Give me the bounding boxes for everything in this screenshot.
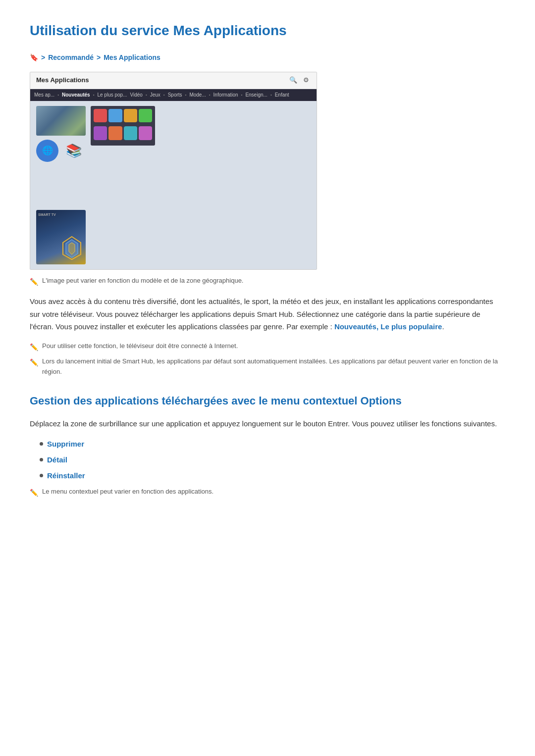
tv-header-title: Mes Applications (36, 75, 89, 86)
tv-nav-sports: Sports (168, 91, 182, 99)
tv-app-grid (91, 106, 155, 146)
note-icon-2: ✏️ (30, 342, 38, 353)
option-supprimer: Supprimer (47, 438, 84, 450)
options-list: Supprimer Détail Réinstaller (40, 438, 505, 482)
tv-nav-enseign: Enseign... (245, 91, 267, 99)
bullet-dot-2 (40, 458, 43, 461)
option-detail: Détail (47, 454, 67, 466)
tv-smarttv-shape-svg (62, 236, 82, 260)
note-image-row: ✏️ L'image peut varier en fonction du mo… (30, 276, 505, 287)
tv-nav-information: Information (214, 91, 238, 99)
breadcrumb-mes-applications[interactable]: Mes Applications (104, 52, 160, 63)
tv-header: Mes Applications 🔍 ⚙ (30, 72, 317, 89)
tv-column-1: 🌐 📚 (36, 106, 86, 205)
page-title: Utilisation du service Mes Applications (30, 20, 505, 42)
list-item-supprimer: Supprimer (40, 438, 505, 450)
note-text-1: Pour utiliser cette fonction, le télévis… (42, 341, 238, 352)
note-icon-1: ✏️ (30, 276, 38, 287)
svg-marker-2 (69, 243, 75, 254)
tv-smarttv-area: SMART TV (30, 210, 317, 269)
tv-row-two: 🌐 📚 (36, 140, 86, 162)
breadcrumb-recommande[interactable]: Recommandé (48, 52, 94, 63)
tv-nav-lepluspop: Le plus pop... (97, 91, 127, 99)
note-row-2: ✏️ Lors du lancement initial de Smart Hu… (30, 356, 505, 377)
breadcrumb-icon: 🔖 (30, 52, 38, 63)
tv-nav-nouveautes: Nouveautés (62, 91, 90, 99)
tv-smarttv-label: SMART TV (38, 212, 56, 217)
tv-nav-video: Vidéo (130, 91, 143, 99)
note-image-text: L'image peut varier en fonction du modèl… (42, 276, 244, 286)
bullet-dot-1 (40, 442, 43, 446)
note-row-1: ✏️ Pour utiliser cette fonction, le télé… (30, 341, 505, 353)
tv-app-globe: 🌐 (36, 140, 58, 162)
list-item-reinstaller: Réinstaller (40, 470, 505, 482)
tv-app-landscape (36, 106, 86, 136)
main-description-bold: Nouveautés, Le plus populaire (334, 322, 442, 331)
tv-header-icons: 🔍 ⚙ (289, 76, 311, 85)
tv-nav: Mes ap... • Nouveautés • Le plus pop... … (30, 89, 317, 101)
breadcrumb: 🔖 > Recommandé > Mes Applications (30, 52, 505, 63)
main-description-period: . (442, 322, 444, 331)
tv-app-book: 📚 (62, 140, 85, 162)
list-item-detail: Détail (40, 454, 505, 466)
breadcrumb-separator2: > (97, 52, 101, 63)
breadcrumb-separator: > (41, 52, 45, 63)
note-icon-final: ✏️ (30, 487, 38, 498)
tv-nav-jeux: Jeux (150, 91, 160, 99)
section2-title: Gestion des applications téléchargées av… (30, 392, 505, 409)
tv-screenshot: Mes Applications 🔍 ⚙ Mes ap... • Nouveau… (30, 72, 317, 270)
tv-nav-mode: Mode... (189, 91, 206, 99)
main-description: Vous avez accès à du contenu très divers… (30, 295, 505, 333)
note-text-2: Lors du lancement initial de Smart Hub, … (42, 356, 505, 377)
section2-intro: Déplacez la zone de surbrillance sur une… (30, 417, 505, 430)
tv-column-2 (91, 106, 155, 205)
option-reinstaller: Réinstaller (47, 470, 85, 482)
tv-search-icon: 🔍 (289, 76, 298, 85)
note-icon-3: ✏️ (30, 357, 38, 368)
tv-nav-enfant: Enfant (275, 91, 289, 99)
note-text-final: Le menu contextuel peut varier en foncti… (42, 487, 214, 497)
tv-nav-mesap: Mes ap... (34, 91, 54, 99)
bullet-dot-3 (40, 474, 43, 477)
tv-app-smarttv: SMART TV (36, 210, 86, 264)
note-row-final: ✏️ Le menu contextuel peut varier en fon… (30, 487, 505, 498)
tv-content: 🌐 📚 (30, 101, 317, 210)
tv-settings-icon: ⚙ (302, 76, 311, 85)
